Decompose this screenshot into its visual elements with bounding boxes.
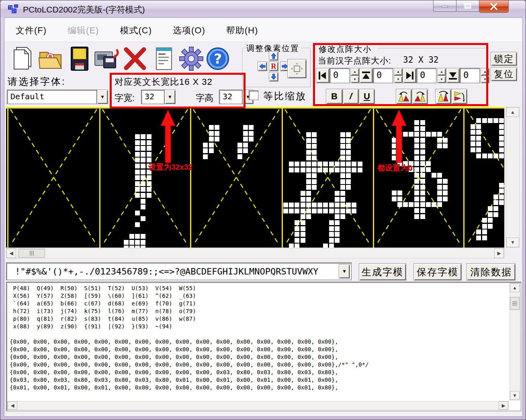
move-left-button[interactable] [258, 61, 267, 71]
preview-horizontal-scrollbar[interactable]: ◀ ▶ [6, 248, 504, 258]
minimize-button[interactable] [433, 0, 456, 12]
move-down-button[interactable] [269, 72, 278, 82]
bottom-edge-up-button[interactable]: ▲ [481, 68, 489, 76]
pixel-dot [420, 132, 425, 137]
pixel-dot [141, 170, 145, 174]
pixel-dot [237, 148, 242, 153]
italic-button[interactable]: / [343, 89, 359, 104]
menu-item-2[interactable]: 模式(C) [120, 25, 152, 37]
output-horizontal-scrollbar[interactable]: ◀ ▶ [7, 401, 509, 410]
top-edge-down-button[interactable]: ▼ [394, 76, 403, 83]
scrollbar-thumb[interactable] [510, 297, 520, 310]
menu-item-0[interactable]: 文件(F) [16, 25, 47, 37]
edge-right-icon [405, 71, 414, 80]
char-select-combo: ▼ [6, 262, 352, 280]
save-button[interactable] [66, 45, 93, 73]
pixel-dot [306, 168, 311, 172]
pixel-dot [340, 156, 345, 160]
maximize-button[interactable] [456, 0, 479, 12]
scroll-right-button[interactable]: ▶ [499, 402, 508, 410]
settings-button[interactable] [178, 45, 205, 73]
pixel-dot [499, 130, 504, 135]
pixel-dot [392, 156, 397, 160]
right-edge-value[interactable]: 0 [416, 68, 436, 83]
output-vertical-scrollbar[interactable]: ▲ ▼ [510, 283, 520, 400]
close-button[interactable] [479, 0, 509, 13]
lock-button[interactable]: 锁定 [491, 52, 517, 66]
move-up-button[interactable] [269, 51, 278, 61]
view-code-button[interactable] [151, 45, 177, 73]
menu-item-4[interactable]: 帮助(H) [226, 25, 258, 37]
rotate-r-button[interactable]: R [269, 61, 278, 71]
char-select-input[interactable] [6, 262, 352, 280]
left-edge-down-button[interactable]: ▼ [350, 76, 359, 83]
left-edge-button[interactable] [316, 68, 330, 83]
pixel-dot [340, 209, 345, 213]
center-glyph-button[interactable] [287, 59, 307, 78]
rotate-left-button[interactable] [396, 89, 412, 104]
top-edge-button[interactable] [359, 68, 373, 83]
save-font-button[interactable]: 保存字模 [413, 263, 462, 281]
pixel-dot [289, 244, 294, 248]
scrollbar-thumb[interactable] [18, 249, 45, 258]
top-edge-value[interactable]: 0 [373, 68, 393, 83]
scroll-down-button[interactable]: ▼ [510, 391, 520, 400]
char-select-dropdown-button[interactable]: ▼ [339, 264, 350, 279]
scroll-up-button[interactable]: ▲ [506, 107, 519, 117]
pixel-dot [392, 138, 397, 143]
preview-vertical-scrollbar[interactable]: ▲ ▼ [506, 107, 520, 248]
scroll-right-button[interactable]: ▶ [494, 248, 504, 258]
pixel-dot [141, 216, 145, 221]
view-code-icon [154, 46, 174, 71]
pixel-dot [243, 143, 248, 148]
scroll-left-button[interactable]: ◀ [6, 248, 16, 258]
menu-item-3[interactable]: 选项(O) [173, 25, 205, 37]
left-edge-value[interactable]: 0 [330, 68, 350, 83]
font-select-value[interactable]: Default [7, 90, 97, 104]
right-edge-up-button[interactable]: ▲ [437, 68, 446, 76]
new-file-button[interactable] [8, 45, 35, 73]
help-button[interactable]: ? [205, 45, 231, 73]
title-bar[interactable]: PCtoLCD2002完美版-(字符模式) [0, 0, 526, 17]
bottom-edge-down-button[interactable]: ▼ [481, 76, 489, 83]
font-select-dropdown-button[interactable]: ▼ [97, 90, 108, 104]
output-line: X(56) Y(57) Z(58) [(59) \(60) ](61) ^(62… [10, 292, 509, 300]
menu-item-1[interactable]: 编辑(E) [68, 25, 99, 37]
reset-button[interactable]: 复位 [491, 67, 517, 81]
clear-data-button[interactable]: 清除数据 [467, 263, 516, 281]
top-edge-up-button[interactable]: ▲ [394, 68, 403, 76]
char-height-value[interactable]: 32 [219, 90, 242, 104]
proportional-scale-checkbox[interactable] [249, 90, 258, 100]
pixel-dot [135, 187, 140, 192]
bottom-edge-button[interactable] [446, 68, 460, 83]
flip-horizontal-button[interactable] [435, 89, 451, 104]
font-select-combo[interactable]: Default ▼ [7, 90, 108, 104]
pixel-dot [312, 203, 317, 207]
bold-button[interactable]: B [326, 89, 343, 104]
rotate-right-button[interactable] [412, 89, 428, 104]
left-edge-up-button[interactable]: ▲ [350, 68, 359, 76]
preview-canvas[interactable] [6, 107, 504, 248]
delete-button[interactable] [122, 45, 148, 73]
underline-button[interactable]: U [359, 89, 375, 104]
scroll-left-button[interactable]: ◀ [8, 402, 17, 410]
bottom-edge-value[interactable]: 0 [460, 68, 480, 83]
save-as-button[interactable] [94, 45, 120, 73]
char-width-dropdown-button[interactable]: ▼ [164, 90, 176, 104]
scroll-up-button[interactable]: ▲ [510, 283, 520, 292]
generate-font-button[interactable]: 生成字模 [359, 263, 406, 281]
flip-vertical-button[interactable] [451, 89, 467, 104]
pixel-dot [403, 132, 408, 137]
right-edge-down-button[interactable]: ▼ [437, 76, 446, 83]
scroll-down-button[interactable]: ▼ [506, 238, 519, 247]
pixel-dot [301, 220, 305, 225]
pixel-dot [147, 170, 151, 174]
right-edge-button[interactable] [403, 68, 416, 83]
char-width-value[interactable]: 32 [141, 90, 164, 104]
pixel-dot [346, 173, 351, 178]
output-text[interactable]: P(48) Q(49) R(50) S(51) T(52) U(53) V(54… [10, 285, 509, 400]
output-area[interactable]: P(48) Q(49) R(50) S(51) T(52) U(53) V(54… [6, 282, 521, 411]
char-width-combo[interactable]: 32 ▼ [141, 90, 176, 104]
char-width-label: 字宽: [115, 92, 135, 104]
open-file-button[interactable] [37, 45, 64, 73]
